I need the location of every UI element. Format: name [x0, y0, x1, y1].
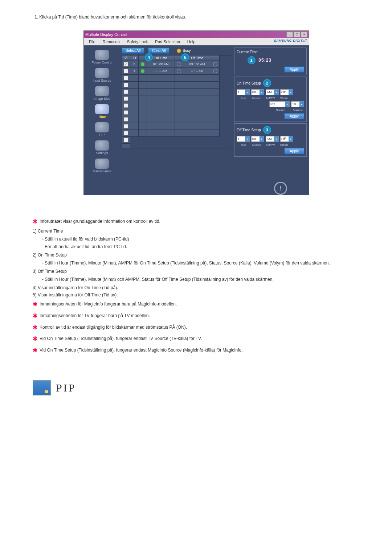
item-2-sub: Ställ in Hour (Timme), Minute (Minut), A… — [42, 260, 359, 267]
sidebar-item-label: Maintenance — [93, 169, 111, 173]
clear-all-button[interactable]: Clear All — [148, 48, 170, 54]
row-checkbox[interactable] — [124, 76, 128, 80]
display-grid: ☑ ID 4 On Time 5 Off Time — [122, 55, 231, 148]
sidebar-item-pip[interactable]: PIP — [84, 121, 120, 138]
col-id: ID — [130, 56, 139, 61]
item-2: 2) On Time Setup — [33, 253, 359, 258]
warning-icon: ! — [274, 182, 287, 195]
on-hour-select[interactable]: 1▾ — [237, 89, 250, 95]
row-checkbox[interactable] — [124, 83, 128, 87]
badge-4: 4 — [145, 53, 153, 61]
sidebar-item-input[interactable]: Input Source — [84, 66, 120, 84]
menu-file[interactable]: File — [85, 39, 99, 45]
select-all-button[interactable]: Select All — [122, 48, 144, 54]
row-checkbox[interactable]: ✓ — [124, 62, 128, 66]
col-ind2 — [211, 56, 220, 61]
apply-button[interactable]: Apply — [284, 148, 304, 154]
menu-safety[interactable]: Safety Lock — [123, 39, 151, 45]
busy-dot-icon — [177, 49, 181, 53]
sidebar-item-label: PIP — [99, 133, 105, 137]
note-line: ✱Vid On Time Setup (Tidsinställning på),… — [33, 346, 359, 355]
sidebar-item-label: Input Source — [93, 79, 111, 82]
item-5: 5) Visar inställningarna för Off Time (T… — [33, 292, 359, 297]
row-checkbox[interactable] — [124, 103, 128, 108]
current-time-value: 05:23 — [258, 58, 271, 63]
item-1: 1) Current Time — [33, 229, 359, 234]
panel-on-time: On Time Setup 2 1▾ 00▾ AM▾ Off▾ Hour Min… — [234, 77, 307, 122]
apply-button[interactable]: Apply — [284, 113, 304, 119]
menu-help[interactable]: Help — [184, 39, 199, 45]
info-line: ✱Inforutnätet visar grundläggande inform… — [33, 217, 359, 226]
row-checkbox[interactable] — [124, 97, 128, 101]
star-icon: ✱ — [33, 324, 37, 331]
on-ampm-select[interactable]: AM▾ — [266, 89, 279, 95]
titlebar: Multiple Display Control _ □ × — [84, 31, 309, 38]
image-icon — [95, 86, 109, 96]
on-time-header-label: On Time — [155, 56, 167, 60]
item-3: 3) Off Time Setup — [33, 269, 359, 274]
on-source-select[interactable]: PC▾ — [269, 101, 290, 107]
row-checkbox[interactable] — [124, 124, 128, 128]
panel-off-time: Off Time Setup 3 1▾ 00▾ AM▾ Off▾ Hour Mi… — [234, 123, 307, 157]
note-line: ✱Vid On Time Setup (Tidsinställning på),… — [33, 334, 359, 344]
sidebar-item-image[interactable]: Image Size — [84, 85, 120, 102]
on-status-select[interactable]: Off▾ — [280, 89, 293, 95]
sidebar-item-label: Settings — [96, 151, 108, 155]
sidebar-item-power[interactable]: Power Control — [84, 48, 120, 66]
row-checkbox[interactable] — [124, 69, 128, 73]
minimize-button[interactable]: _ — [286, 32, 293, 37]
maintenance-icon — [95, 159, 109, 169]
row-checkbox[interactable] — [124, 117, 128, 122]
row-checkbox[interactable] — [124, 131, 128, 135]
row-id: 0 — [130, 61, 139, 68]
lbl-hour: Hour — [237, 143, 249, 147]
pip-title: PIP — [56, 382, 76, 394]
status-dot-icon — [141, 69, 144, 73]
brand-label: SAMSUNG DIGITall — [274, 39, 307, 42]
row-checkbox[interactable] — [124, 90, 128, 94]
table-row — [122, 116, 231, 123]
on-minute-select[interactable]: 00▾ — [251, 89, 264, 95]
maximize-button[interactable]: □ — [294, 32, 300, 37]
col-off-time: 5 Off Time — [183, 56, 211, 61]
off-minute-select[interactable]: 00▾ — [251, 136, 264, 142]
note-line: ✱Inmatningsenheten för TV fungerar bara … — [33, 311, 359, 321]
window-controls: _ □ × — [286, 32, 307, 37]
intro-text: 1. Klicka på Tid (Time) bland huvudikone… — [34, 15, 359, 20]
item-4: 4) Visar inställningarna för On Time (Ti… — [33, 285, 359, 290]
col-on-time: 4 On Time — [147, 56, 175, 61]
off-ampm-select[interactable]: AM▾ — [266, 136, 279, 142]
table-row — [122, 123, 231, 130]
pip-icon — [95, 122, 109, 132]
row-off-time: -- : -- AM — [183, 68, 211, 75]
sidebar-item-time[interactable]: Time — [84, 103, 120, 120]
menu-port[interactable]: Port Selection — [151, 39, 183, 45]
off-hour-select[interactable]: 1▾ — [237, 136, 250, 142]
close-button[interactable]: × — [301, 32, 307, 37]
badge-2: 2 — [263, 79, 271, 87]
sidebar: Power Control Input Source Image Size Ti… — [84, 45, 120, 177]
sidebar-item-label: Time — [98, 115, 106, 119]
table-row — [122, 75, 231, 82]
apply-button[interactable]: Apply — [284, 66, 304, 73]
sidebar-item-settings[interactable]: Settings — [84, 139, 120, 156]
on-volume-select[interactable]: 10▾ — [291, 101, 304, 107]
star-icon: ✱ — [33, 336, 37, 342]
busy-indicator: Busy — [177, 49, 191, 53]
table-row[interactable]: ✓ 0 02 : 00 AM 03 : 00 AM — [122, 61, 231, 68]
col-check[interactable]: ☑ — [122, 56, 130, 61]
menubar: File Remocon Safety Lock Port Selection … — [84, 38, 309, 45]
sidebar-item-maintenance[interactable]: Maintenance — [84, 157, 120, 175]
menu-remocon[interactable]: Remocon — [99, 39, 123, 45]
badge-5: 5 — [181, 53, 189, 61]
row-checkbox[interactable] — [124, 110, 128, 115]
lbl-hour: Hour — [237, 97, 249, 100]
row-checkbox[interactable] — [124, 138, 128, 142]
table-row[interactable]: 1 -- : -- AM -- : -- AM — [122, 68, 231, 75]
row-on-time: -- : -- AM — [147, 68, 175, 75]
off-status-select[interactable]: Off▾ — [280, 136, 293, 142]
table-row — [122, 130, 231, 137]
off-time-header-label: Off Time — [191, 56, 203, 60]
table-row — [122, 82, 231, 89]
indicator-icon — [213, 62, 217, 66]
